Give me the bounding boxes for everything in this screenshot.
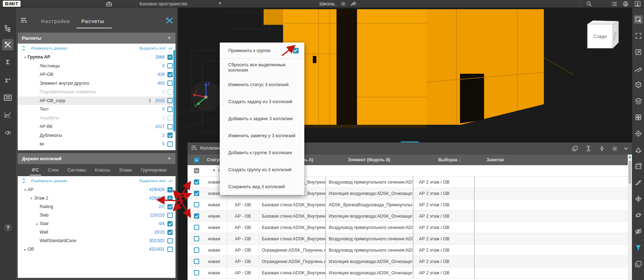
tree-item[interactable]: Тест0 [18,105,176,114]
tree-item-checkbox[interactable] [167,196,173,201]
tree-item-checkbox[interactable] [167,115,173,121]
double-check-icon[interactable]: ✓✓ [168,46,172,51]
menu-item[interactable]: Применить к группе [220,43,304,59]
tree-item-checkbox[interactable] [167,72,173,77]
filter-icon[interactable] [634,243,643,252]
menu-item[interactable]: Сбросить все выделенные коллизии [220,59,304,76]
tree-item[interactable]: АР-ОВ_copy⋮1015 [18,96,176,105]
table-row[interactable]: новаяАР - ОВБазовая стена:ADSK_Внутрення… [188,233,628,245]
tab-calculations[interactable]: Расчеты [81,18,104,24]
tree-item[interactable]: WallStandardCase302/302 [18,236,176,245]
expand-collapse-icon[interactable] [22,46,28,51]
tree-item-checkbox[interactable] [167,89,173,95]
calc-section-header[interactable]: Расчеты ▼ [18,33,176,44]
tab-settings[interactable]: Настройки [41,18,70,24]
sum-icon[interactable]: Σ [2,57,13,68]
group-checkbox[interactable] [194,168,199,173]
select-all-link[interactable]: Выделить всё [139,179,166,183]
tree-item-checkbox[interactable] [167,133,173,138]
caret-down-icon[interactable]: ▾ [29,196,34,200]
tree-item[interactable]: Дубликаты2 [18,131,176,140]
user-icon[interactable] [634,0,641,7]
tree-item[interactable]: вк0 [18,140,176,149]
tree-item-checkbox[interactable] [167,80,173,86]
column-selection[interactable]: Выборка ↓ [428,157,471,162]
gear-icon[interactable] [340,0,347,7]
menu-item[interactable]: Создать задачу из 3 коллизий [220,93,304,110]
tree-item[interactable]: ▾АР429/429 [18,185,176,194]
menu-item[interactable]: Добавить к группе 3 коллизии [220,144,304,161]
app-logo[interactable]: BiMiT [3,1,21,7]
locate-icon[interactable] [634,194,643,203]
tree-item[interactable]: Slab110/110 [18,211,176,219]
model-tree-icon[interactable] [2,23,13,34]
column-element-b[interactable]: Элемент (Модель B) [326,157,413,162]
layers-icon[interactable] [634,96,643,106]
tree-item[interactable]: ▾Группа АР2866 [18,53,176,62]
tree-item-checkbox[interactable] [167,55,173,60]
search-icon[interactable] [586,0,593,7]
menu-open-icon[interactable] [191,145,197,150]
row-checkbox[interactable] [194,236,199,241]
tree-item[interactable]: Railing2/2 [18,202,176,211]
row-checkbox[interactable] [194,225,199,230]
marquee-select-icon[interactable] [634,15,643,24]
select-all-link[interactable]: Выделить всё [139,46,166,50]
tree-item-checkbox[interactable] [167,247,173,252]
crop-frame-icon[interactable] [634,31,643,40]
tree-item-checkbox[interactable] [167,63,173,68]
orbit-icon[interactable] [634,211,643,220]
briefcase-icon[interactable] [105,0,113,7]
row-checkbox[interactable] [194,191,199,196]
zoom-window-icon[interactable] [634,47,643,57]
double-check-icon[interactable]: ✓✓ [168,178,172,184]
measure-ruler-icon[interactable] [634,64,643,73]
help-button[interactable]: ? [4,223,12,231]
view-cube[interactable]: Сзади Слева [586,20,620,50]
caret-down-icon[interactable]: ▾ [23,188,28,192]
table-row[interactable]: новаяАР - ОВБазовая стена:ADSK_Внутрення… [188,267,628,279]
apply-to-group-checkbox[interactable] [293,48,299,54]
tree-item[interactable]: Элемент внутри другого403 [18,79,176,88]
menu-open-icon[interactable] [21,18,27,23]
scrollbar-thumb[interactable] [628,161,631,184]
kebab-menu-icon[interactable]: ⋮ [148,98,152,103]
table-row[interactable]: новаяАР - ОВБазовая стена:ADSK_Внутрення… [188,222,628,233]
copy-view-icon[interactable] [634,259,643,269]
tree-item-checkbox[interactable] [167,213,173,218]
tree-tab-системы[interactable]: Системы [68,168,86,173]
group-caret-icon[interactable]: ▼ [212,168,216,172]
cube-icon[interactable] [634,80,643,89]
tree-item[interactable]: ▸ОВ431/431 [18,245,176,253]
caret-down-icon[interactable]: ▾ [23,55,28,59]
tree-tab-этажи[interactable]: Этажи [119,168,132,173]
chevron-down-icon[interactable]: ▼ [167,33,171,44]
tree-item-checkbox[interactable] [167,230,173,235]
row-checkbox[interactable] [194,270,199,275]
table-scrollbar[interactable] [628,155,632,280]
tree-item[interactable]: ▾Этаж 2429/429 [18,194,176,202]
chevron-down-icon[interactable]: ▼ [167,153,171,164]
expand-tree-link[interactable]: Развернуть дерево [31,46,67,50]
sum-add-icon[interactable]: Σ+ [2,74,13,86]
tree-item[interactable]: ▸Атрибуты9 [18,149,176,151]
table-row[interactable]: новаяАР - ОВОграждение:ADSK_Поручень нас… [188,256,628,267]
tree-item-checkbox[interactable] [167,107,173,112]
caret-right-icon[interactable]: ▸ [23,247,28,251]
select-all-checkbox[interactable] [194,157,199,163]
tree-item-checkbox[interactable] [167,187,173,192]
table-row[interactable]: новаяАР - ОВБазовая стена:ADSK_Внутрення… [188,211,628,222]
collisions-icon[interactable] [166,17,173,24]
clip-plane-icon[interactable] [634,145,643,155]
expand-collapse-icon[interactable] [22,178,28,183]
menu-item[interactable]: Создать группу из 3 коллизий [220,161,304,178]
hide-elements-icon[interactable] [634,227,643,236]
tree-item-checkbox[interactable] [167,141,173,147]
gauge-icon[interactable] [2,127,13,138]
tree-item-checkbox[interactable] [167,204,173,209]
menu-item[interactable]: Добавить к задаче 3 коллизии [220,110,304,127]
tree-tab-классы[interactable]: Классы [95,168,110,173]
chevron-down-icon[interactable]: ▼ [218,1,222,5]
tree-item[interactable]: ▸Stair4/4 [18,219,176,228]
tree-item[interactable]: Лестницы0 [18,62,176,71]
